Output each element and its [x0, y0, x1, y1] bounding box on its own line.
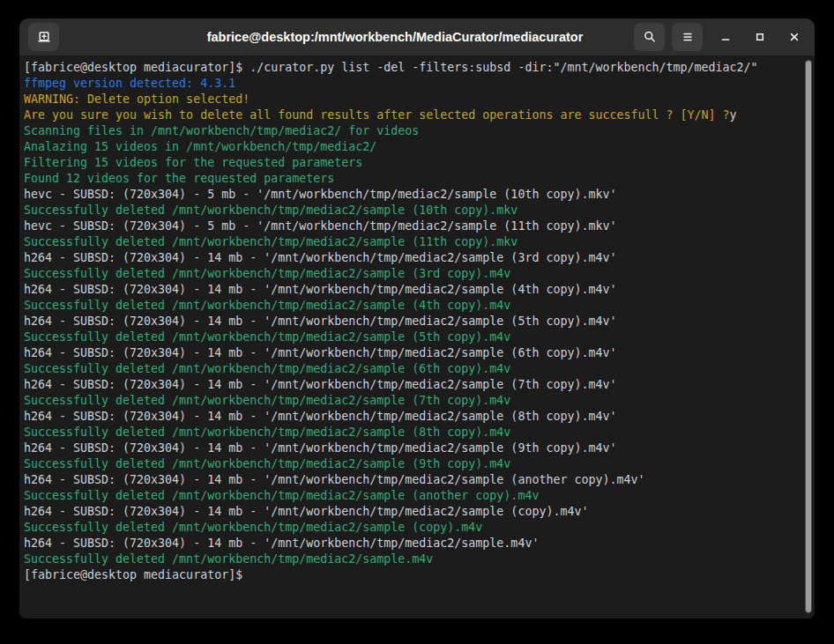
terminal-line: hevc - SUBSD: (720x304) - 5 mb - '/mnt/w… [24, 187, 795, 203]
terminal-line: h264 - SUBSD: (720x304) - 14 mb - '/mnt/… [24, 282, 795, 298]
tab-new-icon [37, 30, 51, 44]
terminal-screen[interactable]: [fabrice@desktop mediacurator]$ ./curato… [19, 56, 815, 618]
terminal-text-segment: Successfully deleted /mnt/workbench/tmp/… [24, 457, 510, 470]
terminal-text-segment: h264 - SUBSD: (720x304) - 14 mb - '/mnt/… [24, 473, 644, 486]
terminal-text-segment: Found 12 videos for the requested parame… [24, 172, 334, 185]
terminal-text-segment: Successfully deleted /mnt/workbench/tmp/… [24, 426, 510, 439]
terminal-text-segment: hevc - SUBSD: (720x304) - 5 mb - '/mnt/w… [24, 188, 616, 201]
close-button[interactable] [783, 26, 806, 48]
scrollbar[interactable] [804, 60, 813, 613]
terminal-line: [fabrice@desktop mediacurator]$ [24, 567, 795, 583]
terminal-line: Analazing 15 videos in /mnt/workbench/tm… [24, 139, 795, 155]
terminal-text-segment: Successfully deleted /mnt/workbench/tmp/… [24, 204, 518, 217]
terminal-text-segment: h264 - SUBSD: (720x304) - 14 mb - '/mnt/… [24, 346, 616, 359]
terminal-output: [fabrice@desktop mediacurator]$ ./curato… [19, 56, 815, 583]
terminal-text-segment: Filtering 15 videos for the requested pa… [24, 156, 362, 169]
terminal-line: Successfully deleted /mnt/workbench/tmp/… [24, 298, 795, 314]
terminal-text-segment: Scanning files in /mnt/workbench/tmp/med… [24, 124, 419, 137]
search-icon [643, 30, 657, 44]
window-title: fabrice@desktop:/mnt/workbench/MediaCura… [72, 30, 718, 44]
hamburger-menu-icon [681, 30, 695, 44]
terminal-text-segment: h264 - SUBSD: (720x304) - 14 mb - '/mnt/… [24, 505, 588, 518]
terminal-text-segment: h264 - SUBSD: (720x304) - 14 mb - '/mnt/… [24, 315, 616, 328]
terminal-text-segment: h264 - SUBSD: (720x304) - 14 mb - '/mnt/… [24, 537, 539, 550]
maximize-button[interactable] [748, 26, 771, 48]
terminal-line: h264 - SUBSD: (720x304) - 14 mb - '/mnt/… [24, 409, 795, 425]
terminal-line: hevc - SUBSD: (720x304) - 5 mb - '/mnt/w… [24, 218, 795, 234]
close-icon [787, 30, 801, 44]
terminal-line: Found 12 videos for the requested parame… [24, 171, 795, 187]
terminal-line: ffmpeg version detected: 4.3.1 [24, 76, 795, 92]
menu-button[interactable] [672, 23, 703, 51]
terminal-text-segment: h264 - SUBSD: (720x304) - 14 mb - '/mnt/… [24, 378, 616, 391]
terminal-line: Successfully deleted /mnt/workbench/tmp/… [24, 234, 795, 250]
scrollbar-thumb[interactable] [805, 60, 812, 613]
terminal-line: Successfully deleted /mnt/workbench/tmp/… [24, 425, 795, 440]
terminal-text-segment: [fabrice@desktop mediacurator]$ [24, 568, 249, 581]
terminal-line: Successfully deleted /mnt/workbench/tmp/… [24, 488, 795, 504]
terminal-text-segment: Are you sure you wish to delete all foun… [24, 108, 730, 122]
titlebar-right-controls [634, 23, 806, 51]
terminal-text-segment: h264 - SUBSD: (720x304) - 14 mb - '/mnt/… [24, 251, 616, 264]
terminal-line: Successfully deleted /mnt/workbench/tmp/… [24, 551, 795, 567]
terminal-text-segment: Successfully deleted /mnt/workbench/tmp/… [24, 521, 482, 534]
terminal-line: h264 - SUBSD: (720x304) - 14 mb - '/mnt/… [24, 536, 795, 551]
maximize-icon [753, 30, 767, 44]
terminal-text-segment: Analazing 15 videos in /mnt/workbench/tm… [24, 140, 376, 153]
terminal-text-segment: Successfully deleted /mnt/workbench/tmp/… [24, 330, 510, 344]
terminal-text-segment: Successfully deleted /mnt/workbench/tmp/… [24, 362, 510, 375]
desktop-background: fabrice@desktop:/mnt/workbench/MediaCura… [0, 0, 834, 644]
terminal-text-segment: Successfully deleted /mnt/workbench/tmp/… [24, 489, 539, 502]
terminal-line: WARNING: Delete option selected! [24, 92, 795, 107]
titlebar[interactable]: fabrice@desktop:/mnt/workbench/MediaCura… [19, 19, 815, 56]
terminal-line: Successfully deleted /mnt/workbench/tmp/… [24, 393, 795, 409]
terminal-line: Successfully deleted /mnt/workbench/tmp/… [24, 203, 795, 218]
terminal-line: Successfully deleted /mnt/workbench/tmp/… [24, 329, 795, 345]
terminal-text-segment: [fabrice@desktop mediacurator]$ ./curato… [24, 61, 758, 74]
terminal-line: h264 - SUBSD: (720x304) - 14 mb - '/mnt/… [24, 345, 795, 361]
terminal-line: Filtering 15 videos for the requested pa… [24, 155, 795, 171]
terminal-line: h264 - SUBSD: (720x304) - 14 mb - '/mnt/… [24, 440, 795, 456]
terminal-text-segment: WARNING: Delete option selected! [24, 93, 249, 106]
minimize-button[interactable] [714, 26, 737, 48]
terminal-text-segment: h264 - SUBSD: (720x304) - 14 mb - '/mnt/… [24, 441, 616, 455]
terminal-line: Are you sure you wish to delete all foun… [24, 107, 795, 123]
terminal-line: Scanning files in /mnt/workbench/tmp/med… [24, 123, 795, 139]
terminal-text-segment: h264 - SUBSD: (720x304) - 14 mb - '/mnt/… [24, 283, 616, 296]
terminal-text-segment: Successfully deleted /mnt/workbench/tmp/… [24, 267, 510, 280]
terminal-line: [fabrice@desktop mediacurator]$ ./curato… [24, 60, 795, 76]
terminal-line: Successfully deleted /mnt/workbench/tmp/… [24, 266, 795, 282]
terminal-line: h264 - SUBSD: (720x304) - 14 mb - '/mnt/… [24, 314, 795, 329]
terminal-line: h264 - SUBSD: (720x304) - 14 mb - '/mnt/… [24, 504, 795, 520]
terminal-line: Successfully deleted /mnt/workbench/tmp/… [24, 361, 795, 377]
terminal-text-segment: Successfully deleted /mnt/workbench/tmp/… [24, 552, 433, 566]
terminal-text-segment: ffmpeg version detected: 4.3.1 [24, 77, 235, 90]
minimize-icon [719, 30, 733, 44]
terminal-line: h264 - SUBSD: (720x304) - 14 mb - '/mnt/… [24, 377, 795, 393]
terminal-text-segment: hevc - SUBSD: (720x304) - 5 mb - '/mnt/w… [24, 219, 616, 233]
terminal-text-segment: Successfully deleted /mnt/workbench/tmp/… [24, 394, 510, 407]
terminal-line: h264 - SUBSD: (720x304) - 14 mb - '/mnt/… [24, 250, 795, 266]
terminal-text-segment: y [730, 108, 737, 122]
new-tab-button[interactable] [28, 23, 59, 51]
terminal-line: Successfully deleted /mnt/workbench/tmp/… [24, 520, 795, 536]
terminal-line: h264 - SUBSD: (720x304) - 14 mb - '/mnt/… [24, 472, 795, 488]
terminal-line: Successfully deleted /mnt/workbench/tmp/… [24, 456, 795, 472]
terminal-text-segment: Successfully deleted /mnt/workbench/tmp/… [24, 235, 518, 248]
search-button[interactable] [634, 23, 665, 51]
terminal-text-segment: h264 - SUBSD: (720x304) - 14 mb - '/mnt/… [24, 410, 616, 423]
terminal-window: fabrice@desktop:/mnt/workbench/MediaCura… [19, 19, 815, 618]
terminal-text-segment: Successfully deleted /mnt/workbench/tmp/… [24, 299, 510, 312]
